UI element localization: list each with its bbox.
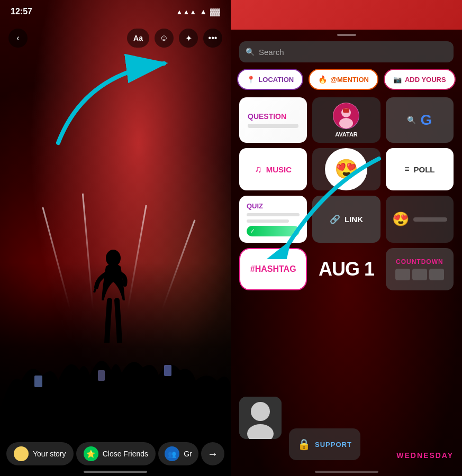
emoji-bar-sticker[interactable]: 😍 [386,196,454,243]
left-panel: 12:57 ▲▲▲ ▲ ▓▓ ‹ Aa ☺ ✦ ••• [0,0,231,476]
top-toolbar: ‹ Aa ☺ ✦ ••• [0,23,231,53]
avatar-svg [333,103,359,129]
close-friends-button[interactable]: ⭐ Close Friends [76,442,156,465]
link-label: LINK [345,215,363,224]
your-story-label: Your story [33,450,66,458]
svg-rect-2 [98,370,105,381]
group-label: Gr [184,450,192,458]
quiz-line-1 [247,213,300,216]
sticker-tool-button[interactable]: ☺ [155,29,174,48]
status-bar: 12:57 ▲▲▲ ▲ ▓▓ [0,0,231,23]
google-label: G [420,112,432,129]
search-icon: 🔍 [246,48,255,56]
location-icon: 📍 [247,76,255,84]
hashtag-label: #HASHTAG [250,264,296,274]
your-story-button[interactable]: Your story [6,442,74,465]
svg-point-11 [251,402,270,421]
avatar-circle [333,103,359,129]
support-chip[interactable]: 🔒 SUPPORT [289,428,360,460]
svg-rect-3 [164,365,171,376]
group-icon: 👥 [165,446,179,461]
wifi-icon: ▲ [200,7,207,16]
wednesday-label: WEDNESDAY [396,451,454,460]
search-placeholder: Search [259,48,284,57]
sticker-row-1: QUESTION AVATAR [239,97,454,143]
back-icon: ‹ [16,33,19,43]
mention-label: @MENTION [330,76,369,84]
close-friends-label: Close Friends [103,450,148,458]
sticker-tool-icon: ☺ [160,33,168,43]
add-yours-icon: 📷 [393,76,402,84]
link-icon: 🔗 [330,214,340,224]
music-label: MUSIC [266,165,292,174]
music-icon: ♫ [255,164,262,175]
person-face [239,397,282,439]
emoji-bar [413,217,447,222]
countdown-box-1 [395,269,410,280]
quiz-check-bar: ✓ [247,226,300,236]
countdown-box-3 [429,269,444,280]
location-label: LOCATION [258,76,294,84]
date-sticker[interactable]: AUG 1 [312,248,380,290]
text-tool-button[interactable]: Aa [127,29,149,48]
countdown-box-2 [412,269,427,280]
story-avatar [14,446,29,461]
effects-tool-button[interactable]: ✦ [179,29,198,48]
send-button[interactable]: → [201,442,224,465]
link-sticker[interactable]: 🔗 LINK [312,196,380,243]
more-options-button[interactable]: ••• [203,29,222,48]
emoji-reaction-sticker[interactable]: 😍 [312,148,380,190]
back-button[interactable]: ‹ [8,29,28,48]
google-search-icon: 🔍 [407,116,416,124]
google-sticker[interactable]: 🔍 G [386,97,454,143]
emoji-reaction-face: 😍 [325,148,367,190]
avatar-sticker[interactable]: AVATAR [312,97,380,143]
close-friends-icon: ⭐ [84,446,98,461]
svg-rect-1 [34,376,42,387]
quiz-sticker[interactable]: QUIZ ✓ [239,196,307,243]
person-thumbnail [239,397,282,439]
group-button[interactable]: 👥 Gr [158,442,198,465]
send-icon: → [207,448,218,460]
quiz-label: QUIZ [247,202,263,210]
avatar-label: AVATAR [335,131,358,138]
toolbar-right: Aa ☺ ✦ ••• [127,29,222,48]
poll-label: POLL [413,165,434,174]
date-label: AUG 1 [319,258,374,280]
mention-sticker[interactable]: 🔥 @MENTION [309,69,378,90]
poll-icon: ≡ [404,164,409,174]
person-svg [239,397,282,439]
hashtag-sticker[interactable]: #HASHTAG [239,248,307,290]
more-options-icon: ••• [209,33,218,43]
add-yours-label: ADD YOURS [405,76,446,84]
sticker-row-4: #HASHTAG AUG 1 COUNTDOWN [239,248,454,290]
question-input-bar [248,124,298,128]
support-sticker-bottom[interactable]: 🔒 SUPPORT [289,428,360,460]
poll-sticker[interactable]: ≡ POLL [386,148,454,190]
mention-icon: 🔥 [318,75,327,84]
emoji-small-icon: 😍 [392,211,409,227]
avatar-face [333,103,359,129]
effects-tool-icon: ✦ [185,33,192,43]
bottom-bar: Your story ⭐ Close Friends 👥 Gr → [0,442,231,465]
wednesday-sticker[interactable]: WEDNESDAY [396,451,454,460]
drag-handle [337,34,356,36]
crowd-hands [0,307,231,413]
home-indicator [84,471,147,473]
status-icons: ▲▲▲ ▲ ▓▓ [176,7,220,16]
location-sticker[interactable]: 📍 LOCATION [237,69,303,90]
quiz-check-mark: ✓ [250,227,255,235]
svg-rect-8 [343,108,349,113]
search-bar[interactable]: 🔍 Search [239,41,454,62]
top-stickers-row: 📍 LOCATION 🔥 @MENTION 📷 ADD YOURS [239,69,454,90]
signal-icon: ▲▲▲ [176,8,197,16]
emoji-reaction-icon: 😍 [334,158,358,180]
music-sticker[interactable]: ♫ MUSIC [239,148,307,190]
sticker-grid: 📍 LOCATION 🔥 @MENTION 📷 ADD YOURS QUESTI… [239,69,454,296]
add-yours-sticker[interactable]: 📷 ADD YOURS [384,69,456,90]
question-sticker[interactable]: QUESTION [239,97,307,143]
svg-point-7 [339,118,353,129]
support-icon: 🔒 [297,438,311,451]
countdown-sticker[interactable]: COUNTDOWN [386,248,454,290]
countdown-label: COUNTDOWN [396,258,443,266]
